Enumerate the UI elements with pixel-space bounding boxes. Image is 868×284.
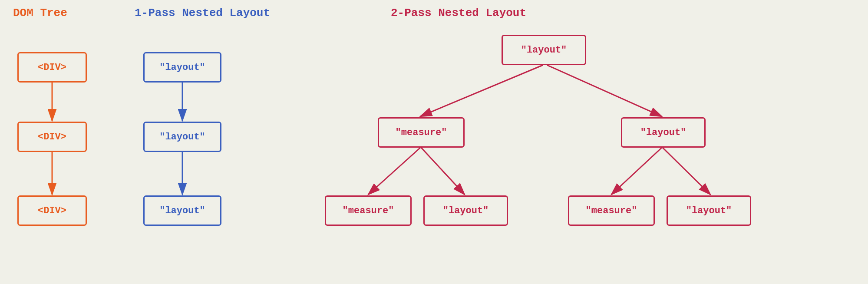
svg-line-9 — [368, 148, 420, 195]
dom-node-1: <DIV> — [17, 52, 87, 83]
two-pass-measure-1: "measure" — [378, 117, 465, 148]
two-pass-root: "layout" — [502, 35, 586, 65]
two-pass-layout-3: "layout" — [667, 195, 751, 226]
svg-line-10 — [421, 148, 465, 195]
one-pass-node-3: "layout" — [143, 195, 221, 226]
two-pass-layout-2: "layout" — [423, 195, 508, 226]
svg-line-11 — [611, 148, 662, 195]
two-pass-measure-3: "measure" — [568, 195, 655, 226]
svg-line-12 — [663, 148, 710, 195]
two-pass-label: 2-Pass Nested Layout — [391, 7, 526, 20]
one-pass-node-1: "layout" — [143, 52, 221, 83]
two-pass-measure-2: "measure" — [325, 195, 412, 226]
dom-node-2: <DIV> — [17, 122, 87, 152]
dom-node-3: <DIV> — [17, 195, 87, 226]
svg-line-7 — [420, 65, 543, 116]
svg-line-8 — [547, 65, 662, 116]
one-pass-node-2: "layout" — [143, 122, 221, 152]
one-pass-label: 1-Pass Nested Layout — [135, 7, 270, 20]
two-pass-layout-1: "layout" — [621, 117, 706, 148]
dom-tree-label: DOM Tree — [13, 7, 67, 20]
